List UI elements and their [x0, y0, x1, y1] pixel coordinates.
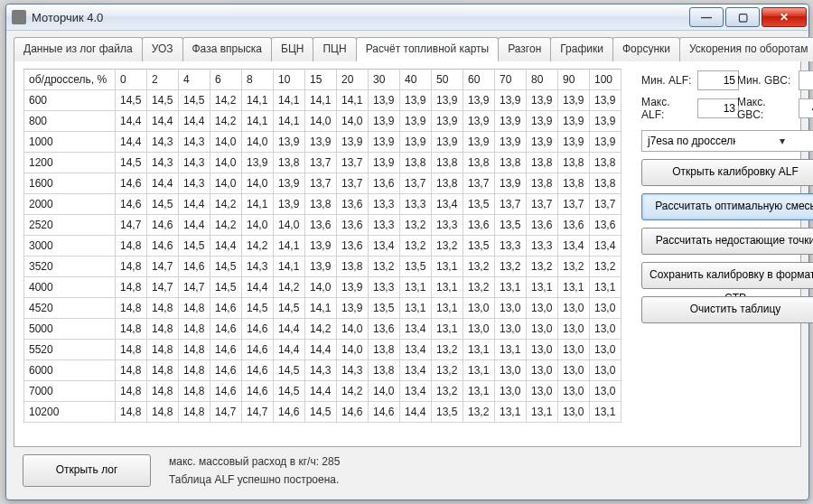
tab-7[interactable]: Графики — [550, 37, 613, 61]
cell[interactable]: 14,4 — [179, 111, 210, 132]
clear-table-button[interactable]: Очистить таблицу — [641, 296, 813, 323]
cell[interactable]: 14,8 — [179, 381, 210, 402]
cell[interactable]: 13,1 — [590, 402, 621, 423]
cell[interactable]: 13,8 — [337, 257, 369, 277]
row-header[interactable]: 5520 — [24, 340, 116, 360]
cell[interactable]: 14,8 — [147, 340, 179, 360]
cell[interactable]: 13,0 — [558, 402, 590, 423]
cell[interactable]: 13,8 — [463, 153, 495, 173]
cell[interactable]: 13,7 — [558, 194, 590, 215]
cell[interactable]: 13,0 — [590, 381, 621, 402]
cell[interactable]: 14,4 — [242, 277, 274, 298]
cell[interactable]: 14,2 — [274, 277, 305, 298]
col-header[interactable]: 30 — [369, 70, 400, 90]
cell[interactable]: 13,2 — [558, 257, 590, 277]
cell[interactable]: 13,0 — [495, 381, 527, 402]
tab-5[interactable]: Расчёт топливной карты — [356, 37, 500, 61]
cell[interactable]: 13,1 — [400, 298, 432, 319]
cell[interactable]: 13,2 — [463, 277, 495, 298]
table-row[interactable]: 1020014,814,814,814,714,714,614,514,614,… — [24, 402, 621, 423]
cell[interactable]: 14,8 — [147, 360, 179, 381]
cell[interactable]: 13,9 — [305, 257, 337, 277]
cell[interactable]: 13,6 — [337, 215, 369, 236]
cell[interactable]: 14,6 — [242, 319, 274, 340]
cell[interactable]: 13,1 — [400, 277, 432, 298]
col-header[interactable]: 10 — [274, 70, 305, 90]
row-header[interactable]: 10200 — [24, 402, 116, 423]
cell[interactable]: 13,2 — [590, 257, 621, 277]
cell[interactable]: 13,8 — [432, 173, 463, 194]
cell[interactable]: 14,0 — [210, 153, 242, 173]
cell[interactable]: 13,0 — [527, 360, 558, 381]
cell[interactable]: 14,6 — [147, 236, 179, 257]
col-header[interactable]: 50 — [432, 70, 463, 90]
cell[interactable]: 14,1 — [242, 194, 274, 215]
cell[interactable]: 14,2 — [210, 111, 242, 132]
table-row[interactable]: 80014,414,414,414,214,114,114,014,013,91… — [24, 111, 621, 132]
calc-missing-button[interactable]: Рассчитать недостающие точки — [641, 228, 813, 255]
cell[interactable]: 14,5 — [242, 298, 274, 319]
cell[interactable]: 13,1 — [590, 277, 621, 298]
table-row[interactable]: 100014,414,314,314,014,013,913,913,913,9… — [24, 132, 621, 153]
cell[interactable]: 13,9 — [495, 173, 527, 194]
cell[interactable]: 13,8 — [305, 194, 337, 215]
cell[interactable]: 14,8 — [116, 360, 147, 381]
cell[interactable]: 14,0 — [210, 132, 242, 153]
cell[interactable]: 14,6 — [210, 319, 242, 340]
cell[interactable]: 14,6 — [147, 215, 179, 236]
cell[interactable]: 13,7 — [337, 153, 369, 173]
cell[interactable]: 13,8 — [527, 153, 558, 173]
cell[interactable]: 14,1 — [274, 111, 305, 132]
cell[interactable]: 13,1 — [432, 319, 463, 340]
cell[interactable]: 13,4 — [558, 236, 590, 257]
cell[interactable]: 14,8 — [116, 236, 147, 257]
tab-3[interactable]: БЦН — [271, 37, 313, 61]
col-header[interactable]: 0 — [116, 70, 147, 90]
cell[interactable]: 13,0 — [527, 319, 558, 340]
cell[interactable]: 13,0 — [527, 381, 558, 402]
cell[interactable]: 14,1 — [305, 298, 337, 319]
cell[interactable]: 13,9 — [495, 90, 527, 111]
cell[interactable]: 14,1 — [274, 90, 305, 111]
col-header[interactable]: 70 — [495, 70, 527, 90]
cell[interactable]: 13,0 — [590, 360, 621, 381]
col-header[interactable]: 40 — [400, 70, 432, 90]
cell[interactable]: 14,2 — [210, 215, 242, 236]
cell[interactable]: 14,0 — [305, 277, 337, 298]
cell[interactable]: 14,4 — [305, 381, 337, 402]
cell[interactable]: 14,8 — [179, 298, 210, 319]
cell[interactable]: 14,2 — [210, 194, 242, 215]
cell[interactable]: 14,6 — [274, 402, 305, 423]
cell[interactable]: 13,0 — [463, 319, 495, 340]
cell[interactable]: 13,5 — [369, 298, 400, 319]
cell[interactable]: 13,3 — [527, 236, 558, 257]
cell[interactable]: 13,6 — [369, 319, 400, 340]
cell[interactable]: 14,5 — [179, 236, 210, 257]
cell[interactable]: 14,1 — [274, 257, 305, 277]
cell[interactable]: 13,7 — [400, 173, 432, 194]
cell[interactable]: 13,9 — [274, 132, 305, 153]
cell[interactable]: 14,3 — [179, 153, 210, 173]
cell[interactable]: 13,1 — [463, 360, 495, 381]
cell[interactable]: 13,2 — [432, 381, 463, 402]
cell[interactable]: 14,4 — [210, 236, 242, 257]
cell[interactable]: 14,6 — [242, 381, 274, 402]
cell[interactable]: 13,9 — [242, 153, 274, 173]
row-header[interactable]: 800 — [24, 111, 116, 132]
cell[interactable]: 14,2 — [337, 381, 369, 402]
cell[interactable]: 13,9 — [590, 111, 621, 132]
cell[interactable]: 13,3 — [400, 194, 432, 215]
min-gbc-input[interactable] — [799, 70, 813, 90]
cell[interactable]: 13,0 — [495, 298, 527, 319]
cell[interactable]: 13,7 — [305, 153, 337, 173]
cell[interactable]: 14,8 — [116, 319, 147, 340]
tab-2[interactable]: Фаза впрыска — [182, 37, 273, 61]
cell[interactable]: 14,1 — [242, 111, 274, 132]
cell[interactable]: 13,1 — [463, 340, 495, 360]
cell[interactable]: 14,8 — [116, 277, 147, 298]
cell[interactable]: 14,1 — [337, 90, 369, 111]
cell[interactable]: 14,8 — [179, 319, 210, 340]
row-header[interactable]: 1000 — [24, 132, 116, 153]
cell[interactable]: 13,2 — [495, 257, 527, 277]
cell[interactable]: 13,0 — [495, 360, 527, 381]
